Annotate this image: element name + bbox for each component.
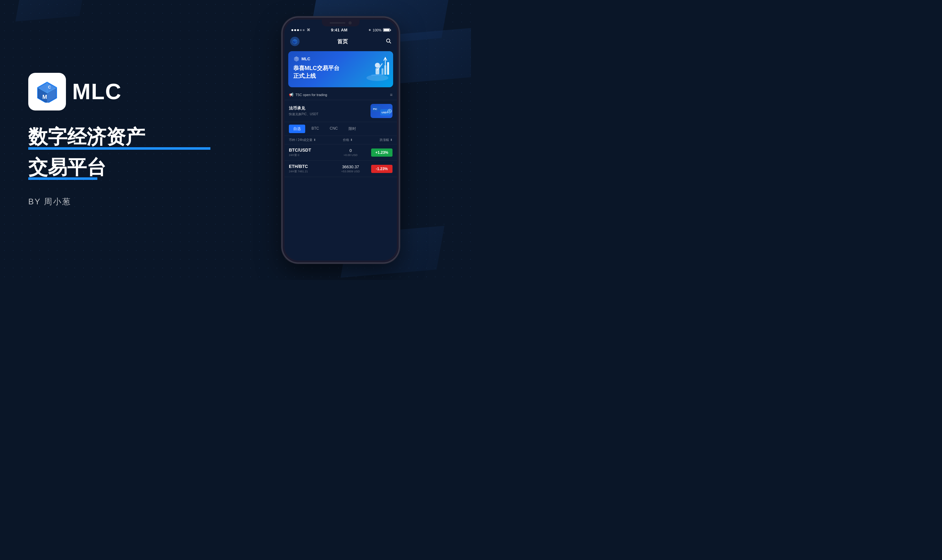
phone-wrapper: ⌘ 9:41 AM ∗ 100%: [283, 18, 399, 262]
svg-point-18: [366, 75, 388, 81]
svg-text:PIC: PIC: [373, 108, 377, 111]
coin-change-eth: -1.23%: [371, 165, 392, 173]
notification-bar: 📢 T5C open for trading ≡: [285, 90, 397, 100]
search-button[interactable]: [386, 38, 391, 45]
coin-info-eth: ETH/BTC 24H量 7481.21: [289, 164, 330, 174]
svg-rect-23: [384, 65, 386, 75]
left-section: M C MLC 数字经济资产 交易平台 BY 周小葱: [0, 0, 210, 280]
svg-text:USDT: USDT: [382, 111, 388, 114]
signal-dot-2: [294, 29, 296, 31]
mlc-cube-icon: M C: [35, 81, 60, 103]
banner-illustration: [362, 54, 390, 83]
speaker-bar: [330, 22, 345, 23]
fiat-subtitle: 快速兑换PIC、USDT: [289, 112, 319, 117]
coin-change-btc: +1.23%: [371, 148, 392, 157]
svg-text:↻: ↻: [389, 110, 391, 113]
fiat-section[interactable]: 法币承兑 快速兑换PIC、USDT PIC USDT: [285, 100, 397, 122]
logo-icon-box: M C: [28, 73, 66, 111]
svg-text:C: C: [48, 85, 51, 89]
svg-line-14: [389, 42, 391, 43]
signal-dot-5: [303, 29, 305, 31]
tab-limited[interactable]: 限时: [344, 125, 360, 133]
col-change-header: 跌涨幅 ⬍: [367, 138, 392, 142]
tagline-line2: 交易平台: [28, 157, 210, 178]
tagline-line1: 数字经济资产: [28, 126, 210, 148]
coin-volume-btc: 24H量 0: [289, 153, 330, 157]
col-coin-header: 币种 / 24h成交量 ⬍: [289, 138, 328, 142]
fiat-graphic-svg: PIC USDT ↻: [371, 105, 392, 117]
battery-fill: [384, 29, 389, 31]
app-title: 首页: [337, 38, 348, 45]
coin-price-usd-btc: ≈0.00 USD: [330, 154, 371, 157]
coin-price-usd-eth: ≈53.0809 USD: [330, 170, 371, 173]
bluetooth-icon: ∗: [368, 28, 371, 32]
coin-price-main-btc: 0: [330, 148, 371, 153]
tab-btc[interactable]: BTC: [307, 125, 323, 133]
svg-rect-20: [376, 68, 379, 74]
banner-graphic: [362, 54, 390, 83]
status-time: 9:41 AM: [331, 28, 348, 32]
coin-pair-eth: ETH/BTC: [289, 164, 330, 169]
fiat-graphic: PIC USDT ↻: [371, 104, 392, 118]
status-right: ∗ 100%: [368, 28, 390, 32]
logo-text: MLC: [72, 79, 122, 104]
signal-dot-1: [291, 29, 293, 31]
signal-dot-3: [297, 29, 299, 31]
wifi-icon: ⌘: [307, 28, 310, 32]
svg-text:M: M: [42, 94, 47, 100]
camera-dot: [349, 22, 352, 25]
coin-row-btc-usdt[interactable]: BTC/USDT 24H量 0 0 ≈0.00 USD +1.23%: [285, 145, 397, 161]
logo-area: M C MLC: [28, 73, 210, 111]
coin-info-btc: BTC/USDT 24H量 0: [289, 148, 330, 157]
coin-price-main-eth: 36630.37: [330, 165, 371, 169]
signal-dot-4: [300, 29, 302, 31]
coin-table-header: 币种 / 24h成交量 ⬍ 价格 ⬍ 跌涨幅 ⬍: [285, 136, 397, 145]
col-price-header: 价格 ⬍: [328, 138, 367, 142]
coin-tabs: 自选 BTC CNC 限时: [285, 122, 397, 136]
coin-row-eth-btc[interactable]: ETH/BTC 24H量 7481.21 36630.37 ≈53.0809 U…: [285, 161, 397, 177]
app-logo-small[interactable]: [290, 37, 300, 46]
notification-icon: 📢: [289, 92, 294, 97]
phone-screen: ⌘ 9:41 AM ∗ 100%: [285, 20, 397, 260]
coin-pair-btc: BTC/USDT: [289, 148, 330, 152]
tab-self-select[interactable]: 自选: [289, 125, 305, 133]
promo-banner[interactable]: MLC 恭喜MLC交易平台 正式上线: [288, 51, 393, 87]
banner-logo-text: MLC: [302, 57, 310, 61]
app-logo-icon: [292, 38, 298, 44]
coin-volume-eth: 24H量 7481.21: [289, 169, 330, 174]
tab-cnc[interactable]: CNC: [325, 125, 342, 133]
author-label: BY 周小葱: [28, 196, 210, 207]
camera-notch: [322, 20, 360, 26]
signal-dots: ⌘: [291, 28, 310, 32]
app-header: 首页: [285, 34, 397, 49]
banner-logo-icon: [293, 55, 300, 62]
battery-icon: [383, 28, 390, 32]
fiat-info: 法币承兑 快速兑换PIC、USDT: [289, 105, 319, 117]
phone-outer: ⌘ 9:41 AM ∗ 100%: [283, 18, 399, 262]
notification-text: 📢 T5C open for trading: [289, 92, 327, 97]
right-section: ⌘ 9:41 AM ∗ 100%: [210, 0, 471, 280]
svg-rect-24: [387, 62, 389, 75]
notification-menu[interactable]: ≡: [390, 92, 392, 97]
battery-percent: 100%: [373, 28, 382, 32]
fiat-title: 法币承兑: [289, 105, 319, 111]
coin-price-btc: 0 ≈0.00 USD: [330, 148, 371, 157]
coin-price-eth: 36630.37 ≈53.0809 USD: [330, 165, 371, 173]
